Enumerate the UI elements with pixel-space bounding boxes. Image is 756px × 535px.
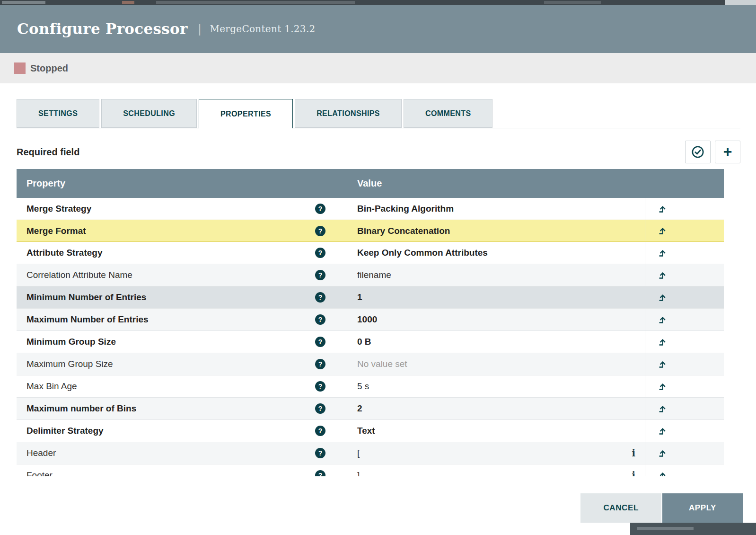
- level-up-arrow-icon: [658, 205, 667, 214]
- help-icon[interactable]: ?: [315, 359, 325, 369]
- property-value: Binary Concatenation: [357, 226, 450, 236]
- info-icon[interactable]: i: [632, 447, 635, 459]
- level-up-arrow-icon: [658, 471, 667, 477]
- add-property-button[interactable]: +: [715, 141, 740, 163]
- property-name: Merge Format: [26, 226, 86, 236]
- level-up-arrow-icon: [658, 427, 667, 436]
- dialog-title: Configure Processor: [17, 20, 188, 37]
- convert-to-parameter-button[interactable]: [645, 309, 724, 330]
- info-icon[interactable]: i: [632, 470, 635, 476]
- convert-to-parameter-button[interactable]: [645, 264, 724, 286]
- help-icon[interactable]: ?: [315, 270, 325, 280]
- help-icon[interactable]: ?: [315, 426, 325, 436]
- table-row[interactable]: Merge Strategy ? Bin-Packing Algorithm: [17, 198, 724, 220]
- tab-bar: SETTINGS SCHEDULING PROPERTIES RELATIONS…: [17, 99, 740, 128]
- table-row[interactable]: Attribute Strategy ? Keep Only Common At…: [17, 242, 724, 264]
- property-name: Max Bin Age: [26, 381, 77, 392]
- help-icon[interactable]: ?: [315, 381, 325, 392]
- table-row[interactable]: Footer ? ] i: [17, 464, 724, 476]
- level-up-arrow-icon: [658, 382, 667, 391]
- table-row[interactable]: Minimum Number of Entries ? 1: [17, 286, 724, 309]
- level-up-arrow-icon: [658, 315, 667, 324]
- help-icon[interactable]: ?: [315, 403, 325, 414]
- convert-to-parameter-button[interactable]: [645, 420, 724, 442]
- background-fragment: [156, 1, 355, 4]
- property-value: filename: [357, 270, 391, 280]
- table-row[interactable]: Header ? [ i: [17, 442, 724, 464]
- tab-properties[interactable]: PROPERTIES: [199, 99, 293, 128]
- help-icon[interactable]: ?: [315, 248, 325, 258]
- convert-to-parameter-button[interactable]: [645, 442, 724, 464]
- help-icon[interactable]: ?: [315, 470, 325, 476]
- tab-comments[interactable]: COMMENTS: [404, 99, 493, 128]
- table-row[interactable]: Merge Format ? Binary Concatenation: [17, 220, 724, 242]
- property-value: Bin-Packing Algorithm: [357, 204, 454, 214]
- title-separator: |: [198, 22, 202, 36]
- table-row[interactable]: Max Bin Age ? 5 s: [17, 375, 724, 398]
- tab-scheduling[interactable]: SCHEDULING: [101, 99, 197, 128]
- column-header-value: Value: [341, 178, 645, 189]
- tab-settings[interactable]: SETTINGS: [17, 99, 99, 128]
- background-fragment: [725, 0, 756, 5]
- tab-relationships[interactable]: RELATIONSHIPS: [295, 99, 402, 128]
- background-fragment: [122, 1, 134, 4]
- background-fragment: [637, 527, 694, 530]
- convert-to-parameter-button[interactable]: [645, 353, 724, 375]
- property-value: Keep Only Common Attributes: [357, 248, 488, 258]
- convert-to-parameter-button[interactable]: [645, 331, 724, 353]
- level-up-arrow-icon: [658, 271, 667, 280]
- property-value: Text: [357, 426, 375, 436]
- property-value: 1000: [357, 314, 377, 325]
- table-row[interactable]: Maximum Group Size ? No value set: [17, 353, 724, 375]
- table-rows: Merge Strategy ? Bin-Packing Algorithm M…: [17, 198, 724, 476]
- property-name: Correlation Attribute Name: [26, 270, 132, 280]
- required-field-label: Required field: [17, 147, 79, 158]
- level-up-arrow-icon: [658, 293, 667, 302]
- configure-processor-dialog: Configure Processor | MergeContent 1.23.…: [0, 5, 756, 535]
- status-label: Stopped: [30, 63, 68, 74]
- convert-to-parameter-button[interactable]: [645, 375, 724, 397]
- level-up-arrow-icon: [658, 449, 667, 458]
- convert-to-parameter-button[interactable]: [645, 198, 724, 220]
- background-fragment: [2, 1, 45, 4]
- background-fragment: [544, 1, 601, 4]
- tab-label: SETTINGS: [38, 109, 78, 118]
- tab-label: SCHEDULING: [123, 109, 175, 118]
- table-row[interactable]: Minimum Group Size ? 0 B: [17, 331, 724, 353]
- level-up-arrow-icon: [658, 338, 667, 347]
- table-row[interactable]: Maximum Number of Entries ? 1000: [17, 309, 724, 331]
- convert-to-parameter-button[interactable]: [645, 398, 724, 419]
- help-icon[interactable]: ?: [315, 448, 325, 458]
- processor-name-version: MergeContent 1.23.2: [210, 23, 315, 35]
- table-header-row: Property Value: [17, 169, 724, 198]
- convert-to-parameter-button[interactable]: [645, 464, 724, 476]
- property-value: [: [357, 448, 360, 458]
- background-app-toolbar-fragment: [0, 0, 756, 5]
- help-icon[interactable]: ?: [315, 204, 325, 214]
- properties-table: Property Value Merge Strategy ? Bin-Pack…: [17, 169, 724, 476]
- help-icon[interactable]: ?: [315, 292, 325, 303]
- help-icon[interactable]: ?: [315, 314, 325, 325]
- property-value: 5 s: [357, 381, 369, 392]
- convert-to-parameter-button[interactable]: [645, 220, 724, 241]
- convert-to-parameter-button[interactable]: [645, 286, 724, 308]
- check-circle-icon: [691, 145, 704, 159]
- table-row[interactable]: Delimiter Strategy ? Text: [17, 420, 724, 442]
- property-name: Merge Strategy: [26, 204, 91, 214]
- help-icon[interactable]: ?: [315, 337, 325, 347]
- plus-icon: +: [723, 144, 732, 159]
- tab-label: PROPERTIES: [220, 110, 271, 118]
- status-bar: Stopped: [0, 53, 756, 83]
- property-value: No value set: [357, 359, 407, 369]
- help-icon[interactable]: ?: [315, 226, 325, 236]
- table-scroll-viewport[interactable]: Merge Strategy ? Bin-Packing Algorithm M…: [17, 198, 724, 476]
- stopped-status-icon: [14, 62, 26, 74]
- convert-to-parameter-button[interactable]: [645, 242, 724, 264]
- property-name: Delimiter Strategy: [26, 426, 104, 436]
- table-row[interactable]: Maximum number of Bins ? 2: [17, 398, 724, 420]
- verify-properties-button[interactable]: [685, 141, 711, 163]
- level-up-arrow-icon: [658, 404, 667, 413]
- apply-button[interactable]: APPLY: [662, 493, 743, 523]
- table-row[interactable]: Correlation Attribute Name ? filename: [17, 264, 724, 286]
- cancel-button[interactable]: CANCEL: [580, 493, 661, 523]
